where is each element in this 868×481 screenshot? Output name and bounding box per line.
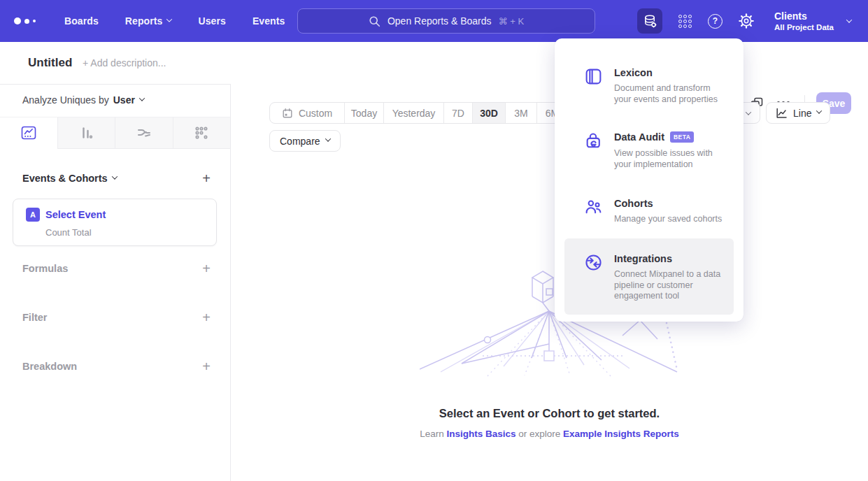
chevron-down-icon [139, 95, 145, 101]
menu-item-description: Document and transform your events and p… [614, 83, 730, 105]
menu-item-title: Data Audit [614, 131, 664, 143]
compare-label: Compare [280, 136, 320, 147]
add-breakdown-button[interactable]: + [202, 361, 211, 372]
events-cohorts-toggle[interactable]: Events & Cohorts [22, 173, 117, 184]
date-range-7d[interactable]: 7D [443, 103, 472, 123]
data-management-button[interactable] [637, 8, 662, 34]
report-title[interactable]: Untitled [28, 56, 72, 70]
analyze-label: Analyze Uniques by [22, 94, 109, 106]
example-reports-link[interactable]: Example Insights Reports [563, 429, 679, 439]
compare-button[interactable]: Compare [269, 130, 341, 152]
mixpanel-logo-icon[interactable] [14, 17, 38, 24]
global-search-input[interactable]: Open Reports & Boards ⌘ + K [297, 8, 595, 34]
date-range-today[interactable]: Today [344, 103, 383, 123]
analyze-value: User [113, 94, 135, 106]
nav-item-events[interactable]: Events [252, 15, 285, 27]
date-range-label: Yesterday [392, 108, 436, 119]
date-range-label: 30D [480, 108, 498, 119]
help-button[interactable]: ? [708, 14, 723, 29]
date-range-yesterday[interactable]: Yesterday [383, 103, 443, 123]
menu-item-lexicon[interactable]: Lexicon Document and transform your even… [564, 58, 734, 113]
event-series-badge: A [26, 208, 40, 222]
apps-menu-button[interactable] [678, 15, 692, 28]
project-scope: All Project Data [774, 22, 834, 32]
tab-bar-chart[interactable] [57, 117, 115, 149]
date-range-label: Custom [299, 108, 332, 119]
database-gear-icon [642, 13, 658, 29]
empty-state-text: Learn [420, 429, 446, 439]
nav-item-boards[interactable]: Boards [64, 15, 99, 27]
analyze-value-dropdown[interactable]: User [113, 94, 144, 106]
menu-item-description: View possible issues with your implement… [614, 148, 730, 170]
date-range-label: 7D [452, 108, 464, 119]
line-chart-tab-icon [20, 124, 37, 141]
event-card[interactable]: A Select Event Count Total [13, 199, 217, 246]
formulas-label: Formulas [22, 263, 68, 274]
date-range-label: 3M [514, 108, 527, 119]
bar-chart-tab-icon [78, 125, 94, 141]
project-selector[interactable]: Clients All Project Data [774, 10, 851, 32]
tab-flow[interactable] [115, 117, 173, 149]
search-icon [369, 15, 380, 27]
filter-section: Filter + [22, 312, 211, 323]
mixpanel-insights-app: Boards Reports Users Events Open Reports… [0, 0, 868, 481]
menu-item-description: Manage your saved cohorts [614, 214, 730, 225]
nav-item-label: Reports [125, 15, 163, 27]
integrations-icon [584, 252, 603, 306]
date-range-custom[interactable]: Custom [270, 103, 344, 123]
project-name: Clients [774, 10, 834, 22]
chevron-down-icon [846, 17, 852, 22]
menu-item-title: Cohorts [614, 198, 653, 209]
menu-item-data-audit[interactable]: Data AuditBETA View possible issues with… [564, 122, 734, 178]
help-icon: ? [708, 14, 723, 29]
nav-item-label: Users [198, 15, 225, 27]
metrics-tab-icon [194, 125, 209, 141]
empty-state-title: Select an Event or Cohort to get started… [231, 407, 868, 420]
filter-label: Filter [22, 312, 47, 323]
cohorts-icon [584, 197, 603, 225]
date-range-label: Today [351, 108, 377, 119]
data-management-dropdown: Lexicon Document and transform your even… [555, 38, 744, 322]
date-range-3m[interactable]: 3M [505, 103, 536, 123]
chevron-down-icon [111, 173, 117, 179]
empty-state-text: or explore [515, 429, 563, 439]
menu-item-description: Connect Mixpanel to a data pipeline or c… [614, 269, 730, 302]
lexicon-icon [584, 66, 603, 105]
settings-button[interactable] [739, 13, 754, 29]
add-event-button[interactable]: + [202, 173, 211, 184]
line-chart-icon [775, 107, 788, 120]
tab-metrics[interactable] [173, 117, 231, 149]
menu-item-cohorts[interactable]: Cohorts Manage your saved cohorts [564, 189, 734, 234]
breakdown-label: Breakdown [22, 361, 77, 372]
calendar-icon [282, 108, 293, 119]
nav-item-users[interactable]: Users [198, 15, 225, 27]
formulas-section: Formulas + [22, 263, 211, 274]
chart-type-label: Line [793, 108, 811, 119]
select-event-button[interactable]: Select Event [45, 209, 106, 220]
query-builder-sidebar: Analyze Uniques by User [0, 84, 231, 481]
nav-item-label: Boards [64, 15, 99, 27]
insights-basics-link[interactable]: Insights Basics [446, 429, 515, 439]
add-formula-button[interactable]: + [202, 263, 211, 274]
date-range-30d[interactable]: 30D [472, 103, 505, 123]
menu-item-integrations[interactable]: Integrations Connect Mixpanel to a data … [564, 238, 734, 315]
top-navbar: Boards Reports Users Events Open Reports… [0, 0, 868, 42]
events-cohorts-header: Events & Cohorts + [22, 173, 211, 184]
event-metric-selector[interactable]: Count Total [45, 227, 92, 238]
events-cohorts-label: Events & Cohorts [22, 173, 108, 184]
data-audit-icon [584, 131, 603, 170]
menu-item-title: Integrations [614, 253, 672, 264]
nav-item-reports[interactable]: Reports [125, 15, 172, 27]
search-placeholder: Open Reports & Boards [387, 15, 492, 27]
tab-insights-line[interactable] [0, 117, 57, 149]
add-filter-button[interactable]: + [202, 312, 211, 323]
search-shortcut: ⌘ + K [499, 16, 525, 27]
chevron-down-icon [816, 108, 822, 113]
chart-type-tabs [0, 117, 230, 149]
beta-badge: BETA [670, 131, 695, 143]
empty-state-subtitle: Learn Insights Basics or explore Example… [231, 429, 868, 439]
chart-type-selector[interactable]: Line [766, 102, 830, 124]
apps-grid-icon [678, 15, 692, 28]
breakdown-section: Breakdown + [22, 361, 211, 372]
report-description-placeholder[interactable]: + Add description... [83, 57, 166, 69]
